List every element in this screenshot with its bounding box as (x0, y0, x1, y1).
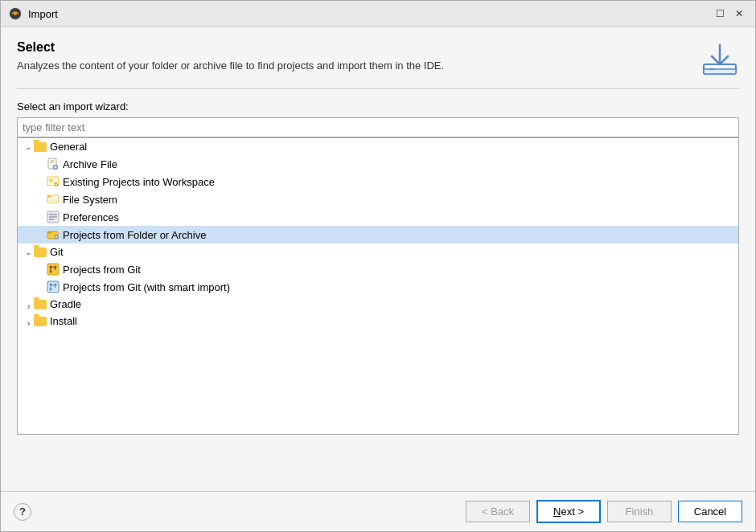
label-archive-file: Archive File (63, 158, 117, 170)
bottom-right: < Back Next > Finish Cancel (466, 500, 742, 523)
label-file-system: File System (63, 194, 117, 206)
bottom-left: ? (14, 503, 31, 521)
preferences-icon (47, 211, 60, 223)
git-icon (47, 263, 60, 276)
finish-button[interactable]: Finish (607, 501, 672, 522)
close-button[interactable]: ✕ (731, 6, 747, 22)
chevron-general: ⌄ (23, 141, 34, 153)
header-section: Select Analyzes the content of your fold… (17, 40, 739, 89)
tree-item-preferences[interactable]: Preferences (18, 208, 738, 226)
wizard-label: Select an import wizard: (17, 100, 739, 113)
tree-category-gradle[interactable]: ⌄ Gradle (18, 296, 738, 313)
tree-item-archive-file[interactable]: Archive File (18, 155, 738, 173)
svg-rect-31 (47, 281, 59, 293)
chevron-git: ⌄ (23, 247, 34, 258)
folder-icon-general (34, 142, 47, 152)
title-bar-left: Import (9, 7, 58, 20)
header-import-icon (701, 40, 739, 79)
chevron-gradle: ⌄ (23, 299, 34, 310)
archive-file-icon (47, 158, 60, 170)
tree-view[interactable]: ⌄ General Archive File (17, 137, 739, 435)
minimize-button[interactable]: ☐ (712, 6, 728, 22)
chevron-install: ⌄ (23, 316, 34, 327)
folder-icon-git (34, 248, 47, 257)
svg-rect-12 (49, 178, 53, 182)
label-preferences: Preferences (63, 211, 119, 223)
tree-item-existing-projects[interactable]: Existing Projects into Workspace (18, 173, 738, 190)
label-projects-git: Projects from Git (63, 264, 141, 276)
tree-category-git[interactable]: ⌄ Git (18, 243, 738, 260)
label-projects-folder: Projects from Folder or Archive (63, 229, 206, 241)
dialog-title: Import (28, 8, 58, 20)
next-button[interactable]: Next > (536, 500, 601, 523)
git-smart-icon (47, 280, 60, 293)
svg-rect-26 (47, 264, 59, 275)
tree-item-projects-folder[interactable]: Projects from Folder or Archive (18, 226, 738, 243)
bottom-spacer (1, 443, 755, 491)
filesystem-icon (47, 193, 60, 206)
folder-archive-icon (47, 228, 60, 241)
title-bar-icon (9, 7, 22, 20)
category-label-gradle: Gradle (50, 298, 81, 310)
content-area: Select Analyzes the content of your fold… (1, 27, 755, 443)
import-dialog: Import ☐ ✕ Select Analyzes the content o… (0, 0, 756, 532)
folder-icon-gradle (34, 300, 47, 309)
title-bar: Import ☐ ✕ (1, 1, 755, 27)
tree-item-file-system[interactable]: File System (18, 190, 738, 208)
tree-item-projects-git-smart[interactable]: Projects from Git (with smart import) (18, 278, 738, 296)
next-label: Next > (553, 505, 584, 518)
filter-input[interactable] (17, 117, 739, 137)
help-button[interactable]: ? (14, 503, 31, 521)
bottom-bar: ? < Back Next > Finish Cancel (1, 491, 755, 531)
category-label-git: Git (50, 246, 64, 258)
svg-rect-22 (47, 231, 51, 234)
svg-rect-3 (704, 69, 736, 74)
header-title: Select (17, 40, 688, 55)
tree-category-general[interactable]: ⌄ General (18, 138, 738, 155)
title-bar-controls: ☐ ✕ (712, 6, 747, 22)
category-label-general: General (50, 141, 87, 153)
category-label-install: Install (50, 315, 77, 327)
cancel-button[interactable]: Cancel (678, 501, 742, 522)
folder-icon-install (34, 317, 47, 326)
svg-point-1 (14, 12, 17, 15)
label-existing-projects: Existing Projects into Workspace (63, 176, 215, 188)
header-description: Analyzes the content of your folder or a… (17, 59, 688, 72)
header-text-group: Select Analyzes the content of your fold… (17, 40, 688, 72)
tree-item-projects-git[interactable]: Projects from Git (18, 260, 738, 278)
back-button[interactable]: < Back (466, 501, 530, 522)
label-projects-git-smart: Projects from Git (with smart import) (63, 281, 230, 293)
svg-rect-15 (47, 195, 51, 198)
workspace-icon (47, 175, 60, 188)
tree-category-install[interactable]: ⌄ Install (18, 313, 738, 329)
